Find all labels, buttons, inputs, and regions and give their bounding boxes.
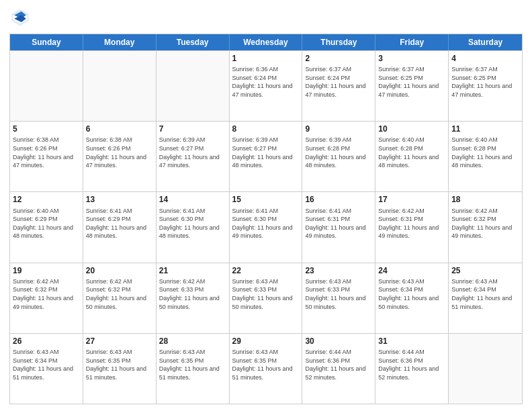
calendar-day-27: 27Sunrise: 6:43 AM Sunset: 6:35 PM Dayli… bbox=[83, 334, 157, 404]
calendar-day-6: 6Sunrise: 6:38 AM Sunset: 6:26 PM Daylig… bbox=[83, 122, 157, 191]
day-number: 31 bbox=[378, 336, 445, 347]
day-number: 1 bbox=[232, 53, 300, 64]
day-detail: Sunrise: 6:43 AM Sunset: 6:34 PM Dayligh… bbox=[378, 277, 445, 311]
calendar-week-4: 19Sunrise: 6:42 AM Sunset: 6:32 PM Dayli… bbox=[10, 263, 522, 333]
day-detail: Sunrise: 6:40 AM Sunset: 6:28 PM Dayligh… bbox=[451, 136, 519, 169]
calendar-header: SundayMondayTuesdayWednesdayThursdayFrid… bbox=[10, 34, 522, 50]
day-number: 6 bbox=[86, 124, 153, 134]
day-detail: Sunrise: 6:42 AM Sunset: 6:32 PM Dayligh… bbox=[86, 277, 153, 311]
day-detail: Sunrise: 6:42 AM Sunset: 6:32 PM Dayligh… bbox=[13, 277, 80, 311]
day-number: 7 bbox=[159, 124, 226, 134]
calendar-week-5: 26Sunrise: 6:43 AM Sunset: 6:34 PM Dayli… bbox=[10, 333, 522, 404]
day-detail: Sunrise: 6:39 AM Sunset: 6:27 PM Dayligh… bbox=[159, 136, 226, 169]
calendar-day-7: 7Sunrise: 6:39 AM Sunset: 6:27 PM Daylig… bbox=[157, 122, 230, 191]
calendar-day-12: 12Sunrise: 6:40 AM Sunset: 6:29 PM Dayli… bbox=[10, 192, 83, 262]
day-detail: Sunrise: 6:42 AM Sunset: 6:32 PM Dayligh… bbox=[451, 207, 519, 240]
day-number: 8 bbox=[232, 124, 300, 134]
calendar-day-empty bbox=[10, 51, 83, 121]
day-number: 4 bbox=[451, 53, 519, 64]
day-detail: Sunrise: 6:44 AM Sunset: 6:36 PM Dayligh… bbox=[378, 348, 445, 381]
calendar-day-5: 5Sunrise: 6:38 AM Sunset: 6:26 PM Daylig… bbox=[10, 122, 83, 191]
day-detail: Sunrise: 6:37 AM Sunset: 6:25 PM Dayligh… bbox=[451, 65, 519, 99]
day-number: 18 bbox=[451, 194, 519, 205]
calendar-week-3: 12Sunrise: 6:40 AM Sunset: 6:29 PM Dayli… bbox=[10, 191, 522, 262]
day-detail: Sunrise: 6:43 AM Sunset: 6:35 PM Dayligh… bbox=[159, 348, 226, 381]
calendar-day-21: 21Sunrise: 6:42 AM Sunset: 6:33 PM Dayli… bbox=[157, 263, 230, 333]
logo bbox=[9, 7, 34, 28]
day-detail: Sunrise: 6:38 AM Sunset: 6:26 PM Dayligh… bbox=[86, 136, 153, 169]
day-number: 23 bbox=[305, 265, 372, 276]
day-number: 3 bbox=[378, 53, 445, 64]
calendar-day-1: 1Sunrise: 6:36 AM Sunset: 6:24 PM Daylig… bbox=[230, 51, 303, 121]
day-detail: Sunrise: 6:41 AM Sunset: 6:30 PM Dayligh… bbox=[159, 207, 226, 240]
calendar-day-20: 20Sunrise: 6:42 AM Sunset: 6:32 PM Dayli… bbox=[83, 263, 157, 333]
day-number: 30 bbox=[305, 336, 372, 347]
calendar-day-23: 23Sunrise: 6:43 AM Sunset: 6:33 PM Dayli… bbox=[302, 263, 375, 333]
day-number: 14 bbox=[159, 194, 226, 205]
calendar-day-18: 18Sunrise: 6:42 AM Sunset: 6:32 PM Dayli… bbox=[449, 192, 522, 262]
calendar-day-29: 29Sunrise: 6:43 AM Sunset: 6:35 PM Dayli… bbox=[230, 334, 303, 404]
day-detail: Sunrise: 6:43 AM Sunset: 6:34 PM Dayligh… bbox=[451, 277, 519, 311]
calendar-day-31: 31Sunrise: 6:44 AM Sunset: 6:36 PM Dayli… bbox=[375, 334, 449, 404]
day-number: 12 bbox=[13, 194, 80, 205]
day-number: 10 bbox=[378, 124, 445, 134]
calendar-day-empty bbox=[83, 51, 157, 121]
day-number: 2 bbox=[305, 53, 372, 64]
calendar-day-24: 24Sunrise: 6:43 AM Sunset: 6:34 PM Dayli… bbox=[375, 263, 449, 333]
calendar-day-empty bbox=[449, 334, 522, 404]
day-detail: Sunrise: 6:43 AM Sunset: 6:35 PM Dayligh… bbox=[86, 348, 153, 381]
day-detail: Sunrise: 6:41 AM Sunset: 6:31 PM Dayligh… bbox=[305, 207, 372, 240]
calendar-day-3: 3Sunrise: 6:37 AM Sunset: 6:25 PM Daylig… bbox=[375, 51, 449, 121]
calendar-week-1: 1Sunrise: 6:36 AM Sunset: 6:24 PM Daylig… bbox=[10, 50, 522, 121]
calendar-day-28: 28Sunrise: 6:43 AM Sunset: 6:35 PM Dayli… bbox=[157, 334, 230, 404]
day-detail: Sunrise: 6:37 AM Sunset: 6:25 PM Dayligh… bbox=[378, 65, 445, 99]
day-number: 29 bbox=[232, 336, 300, 347]
day-number: 17 bbox=[378, 194, 445, 205]
day-number: 15 bbox=[232, 194, 300, 205]
header-day-wednesday: Wednesday bbox=[230, 34, 303, 50]
day-detail: Sunrise: 6:40 AM Sunset: 6:28 PM Dayligh… bbox=[378, 136, 445, 169]
header-day-thursday: Thursday bbox=[302, 34, 375, 50]
day-detail: Sunrise: 6:42 AM Sunset: 6:33 PM Dayligh… bbox=[159, 277, 226, 311]
calendar-day-8: 8Sunrise: 6:39 AM Sunset: 6:27 PM Daylig… bbox=[230, 122, 303, 191]
calendar-day-4: 4Sunrise: 6:37 AM Sunset: 6:25 PM Daylig… bbox=[449, 51, 522, 121]
day-detail: Sunrise: 6:39 AM Sunset: 6:28 PM Dayligh… bbox=[305, 136, 372, 169]
calendar-day-22: 22Sunrise: 6:43 AM Sunset: 6:33 PM Dayli… bbox=[230, 263, 303, 333]
day-detail: Sunrise: 6:39 AM Sunset: 6:27 PM Dayligh… bbox=[232, 136, 300, 169]
day-detail: Sunrise: 6:43 AM Sunset: 6:33 PM Dayligh… bbox=[305, 277, 372, 311]
day-number: 5 bbox=[13, 124, 80, 134]
calendar-day-30: 30Sunrise: 6:44 AM Sunset: 6:36 PM Dayli… bbox=[302, 334, 375, 404]
calendar-day-17: 17Sunrise: 6:42 AM Sunset: 6:31 PM Dayli… bbox=[375, 192, 449, 262]
day-number: 26 bbox=[13, 336, 80, 347]
day-number: 27 bbox=[86, 336, 153, 347]
header-day-tuesday: Tuesday bbox=[157, 34, 230, 50]
calendar-body: 1Sunrise: 6:36 AM Sunset: 6:24 PM Daylig… bbox=[10, 50, 522, 404]
day-detail: Sunrise: 6:43 AM Sunset: 6:34 PM Dayligh… bbox=[13, 348, 80, 381]
day-detail: Sunrise: 6:36 AM Sunset: 6:24 PM Dayligh… bbox=[232, 65, 300, 99]
day-number: 19 bbox=[13, 265, 80, 276]
calendar-day-16: 16Sunrise: 6:41 AM Sunset: 6:31 PM Dayli… bbox=[302, 192, 375, 262]
calendar-day-11: 11Sunrise: 6:40 AM Sunset: 6:28 PM Dayli… bbox=[449, 122, 522, 191]
day-detail: Sunrise: 6:44 AM Sunset: 6:36 PM Dayligh… bbox=[305, 348, 372, 381]
day-detail: Sunrise: 6:38 AM Sunset: 6:26 PM Dayligh… bbox=[13, 136, 80, 169]
header-day-monday: Monday bbox=[83, 34, 157, 50]
calendar: SundayMondayTuesdayWednesdayThursdayFrid… bbox=[9, 34, 523, 404]
day-detail: Sunrise: 6:41 AM Sunset: 6:29 PM Dayligh… bbox=[86, 207, 153, 240]
calendar-day-25: 25Sunrise: 6:43 AM Sunset: 6:34 PM Dayli… bbox=[449, 263, 522, 333]
calendar-day-9: 9Sunrise: 6:39 AM Sunset: 6:28 PM Daylig… bbox=[302, 122, 375, 191]
header-day-sunday: Sunday bbox=[10, 34, 83, 50]
day-number: 25 bbox=[451, 265, 519, 276]
day-number: 28 bbox=[159, 336, 226, 347]
day-detail: Sunrise: 6:37 AM Sunset: 6:24 PM Dayligh… bbox=[305, 65, 372, 99]
calendar-day-empty bbox=[157, 51, 230, 121]
day-number: 24 bbox=[378, 265, 445, 276]
day-detail: Sunrise: 6:43 AM Sunset: 6:33 PM Dayligh… bbox=[232, 277, 300, 311]
header-day-friday: Friday bbox=[375, 34, 449, 50]
calendar-day-19: 19Sunrise: 6:42 AM Sunset: 6:32 PM Dayli… bbox=[10, 263, 83, 333]
day-detail: Sunrise: 6:42 AM Sunset: 6:31 PM Dayligh… bbox=[378, 207, 445, 240]
day-number: 21 bbox=[159, 265, 226, 276]
calendar-day-10: 10Sunrise: 6:40 AM Sunset: 6:28 PM Dayli… bbox=[375, 122, 449, 191]
header-day-saturday: Saturday bbox=[449, 34, 522, 50]
day-number: 9 bbox=[305, 124, 372, 134]
day-number: 22 bbox=[232, 265, 300, 276]
